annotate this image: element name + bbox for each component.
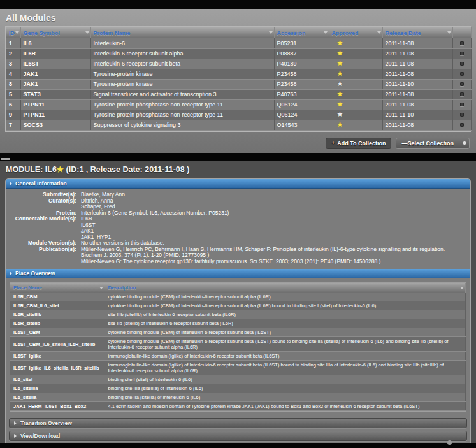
- row-action-icon[interactable]: [460, 92, 464, 96]
- row-action-cell[interactable]: [452, 48, 471, 59]
- protein-name-cell: Interleukin-6 receptor subunit beta: [90, 59, 274, 69]
- place-row[interactable]: IL6_siteIbinding site I (siteI) of Inter…: [10, 375, 466, 384]
- row-action-cell[interactable]: [452, 120, 471, 130]
- row-action-cell[interactable]: [452, 99, 471, 110]
- place-row[interactable]: IL6R_CBM_IL6_siteIcytokine binding modul…: [10, 301, 466, 310]
- unapproved-star-icon: ★: [337, 80, 343, 87]
- approved-cell: ★: [329, 38, 382, 48]
- row-action-icon[interactable]: [460, 123, 464, 127]
- general-info-value: Interleukin-6 (Gene Symbol: IL6, Accessi…: [81, 210, 466, 217]
- general-info-values: Interleukin-6 (Gene Symbol: IL6, Accessi…: [81, 210, 466, 217]
- column-header-place-name[interactable]: Place Name: [10, 283, 105, 293]
- place-row[interactable]: IL6R_CBMcytokine binding module (CBM) of…: [10, 293, 466, 301]
- row-action-cell[interactable]: [452, 89, 471, 99]
- place-row[interactable]: IL6ST_CBMcytokine binding module (CBM) o…: [10, 328, 466, 337]
- approved-star-icon: ★: [337, 39, 343, 47]
- module-title-text: MODULE: IL6: [6, 165, 57, 174]
- release-date-cell: 2011-11-08: [382, 38, 452, 48]
- module-row[interactable]: 4JAK1Tyrosine-protein kinaseP23458★2011-…: [6, 69, 471, 79]
- module-page-title: MODULE: IL6★ (ID:1 , Release Date: 2011-…: [6, 164, 471, 174]
- general-info-values: Dittrich, AnnaSchaper, Fred: [81, 198, 466, 210]
- row-action-icon[interactable]: [460, 72, 464, 76]
- module-row[interactable]: 8JAK1Tyrosine-protein kinaseP23458★2011-…: [6, 79, 471, 89]
- row-action-icon[interactable]: [460, 103, 464, 106]
- column-header-protein-name[interactable]: Protein Name: [90, 27, 274, 38]
- module-id-cell: 8: [6, 79, 20, 89]
- place-description-cell: 4.1 ezrin radixin and moesin domain of T…: [105, 402, 466, 411]
- general-information-content: Submitter(s):Blaetke, Mary AnnCurator(s)…: [6, 189, 470, 269]
- column-header-gene-symbol[interactable]: Gene Symbol: [20, 27, 90, 38]
- place-row[interactable]: IL6_siteIIIabinding site IIIa (siteIIIa)…: [10, 384, 466, 393]
- column-header-release-date[interactable]: Release Date: [382, 27, 452, 38]
- row-action-icon[interactable]: [460, 62, 464, 66]
- section-header-general-information[interactable]: General Information: [6, 179, 470, 189]
- place-row[interactable]: IL6_siteIIabinding site IIa (siteIIa) of…: [10, 393, 466, 402]
- module-row[interactable]: 1IL6Interleukin-6P05231★2011-11-08: [6, 38, 471, 48]
- approved-star-icon: ★: [337, 120, 343, 128]
- module-row[interactable]: 2IL6RInterleukin-6 receptor subunit alph…: [6, 48, 471, 59]
- place-row[interactable]: IL6ST_Iglikeimmunoglobulin-like domain (…: [10, 352, 466, 361]
- column-header-approved[interactable]: Approved: [329, 27, 382, 38]
- row-action-cell[interactable]: [452, 79, 471, 89]
- column-header-accession[interactable]: Accession: [274, 27, 329, 38]
- module-row[interactable]: 6PTPN11Tyrosine-protein phosphatase non-…: [6, 99, 471, 110]
- divider-mark: [1, 158, 10, 160]
- sort-arrow-icon: [99, 287, 103, 289]
- section-header-view-download[interactable]: View/Download: [9, 431, 467, 441]
- approved-star-icon: ★: [57, 165, 64, 174]
- gene-symbol-cell: IL6R: [20, 48, 90, 59]
- place-row[interactable]: IL6ST_CBM_IL6_siteIIa_IL6R_siteIIbcytoki…: [10, 337, 466, 352]
- general-info-values: Blaetke, Mary Ann: [81, 192, 466, 198]
- row-action-icon[interactable]: [460, 82, 464, 86]
- general-info-row: Protein:Interleukin-6 (Gene Symbol: IL6,…: [10, 210, 466, 217]
- expand-triangle-icon: [10, 182, 12, 185]
- row-action-cell[interactable]: [452, 59, 471, 69]
- corner-dot: [447, 440, 452, 445]
- general-information-label: General Information: [15, 180, 67, 187]
- add-to-collection-button[interactable]: + Add To Collection: [326, 138, 391, 149]
- column-header-id[interactable]: ID: [6, 27, 20, 38]
- accession-cell: O14543: [274, 120, 329, 130]
- release-date-cell: 2011-11-08: [382, 48, 452, 59]
- section-header-place-overview[interactable]: Place Overview: [6, 269, 470, 278]
- release-date-cell: 2011-11-08: [382, 89, 452, 99]
- row-action-cell[interactable]: [452, 110, 471, 120]
- column-header-description[interactable]: Description: [105, 283, 466, 293]
- place-row[interactable]: IL6R_siteIIIbsite IIIb (siteIIIb) of Int…: [10, 310, 466, 319]
- row-action-cell[interactable]: [452, 38, 471, 48]
- protein-name-cell: Signal transducer and activator of trans…: [90, 89, 274, 99]
- place-row[interactable]: JAK1_FERM_IL6ST_Box1_Box24.1 ezrin radix…: [10, 402, 466, 411]
- row-action-icon[interactable]: [460, 113, 464, 117]
- sort-arrow-icon: [85, 31, 89, 34]
- protein-name-cell: Suppressor of cytokine signaling 3: [90, 120, 274, 130]
- module-id-cell: 4: [6, 69, 20, 79]
- collapsed-section-label: Transition Overview: [20, 420, 72, 426]
- all-modules-panel: All Modules IDGene SymbolProtein NameAcc…: [0, 9, 476, 153]
- place-row[interactable]: IL6R_siteIIbsite IIb (siteIIb) of Interl…: [10, 319, 466, 328]
- place-row[interactable]: IL6ST_Iglike_IL6_siteIIIa_IL6R_siteIIIbi…: [10, 361, 466, 375]
- protein-name-cell: Tyrosine-protein phosphatase non-recepto…: [90, 99, 274, 110]
- plus-icon: +: [331, 140, 335, 146]
- general-info-values: Müller-Newen G, Heinrich PC, Behrmann I,…: [81, 247, 466, 265]
- general-info-value: Müller-Newen G: The cytokine receptor gp…: [81, 259, 466, 265]
- places-table-header-row: Place NameDescription: [10, 283, 466, 293]
- accession-cell: Q06124: [274, 110, 329, 120]
- place-name-cell: IL6R_CBM: [10, 293, 105, 301]
- module-row[interactable]: 9PTPN11Tyrosine-protein phosphatase non-…: [6, 110, 471, 120]
- section-header-transition-overview[interactable]: Transition Overview: [9, 418, 467, 428]
- general-info-value: Dittrich, Anna: [81, 198, 466, 205]
- row-action-icon[interactable]: [460, 52, 464, 55]
- column-header-actions: [452, 27, 471, 38]
- module-row[interactable]: 3IL6STInterleukin-6 receptor subunit bet…: [6, 59, 471, 69]
- row-action-cell[interactable]: [452, 69, 471, 79]
- row-action-icon[interactable]: [460, 41, 464, 45]
- place-name-cell: IL6ST_Iglike_IL6_siteIIIa_IL6R_siteIIIb: [10, 361, 105, 375]
- module-row[interactable]: 7SOCS3Suppressor of cytokine signaling 3…: [6, 120, 471, 130]
- updown-spinner-icon: [459, 141, 466, 145]
- approved-star-icon: ★: [337, 90, 343, 98]
- sort-arrow-icon: [269, 31, 273, 34]
- accession-cell: P23458: [274, 69, 329, 79]
- module-row[interactable]: 5STAT3Signal transducer and activator of…: [6, 89, 471, 99]
- gene-symbol-cell: STAT3: [20, 89, 90, 99]
- select-collection-dropdown[interactable]: —Select Collection: [396, 138, 470, 149]
